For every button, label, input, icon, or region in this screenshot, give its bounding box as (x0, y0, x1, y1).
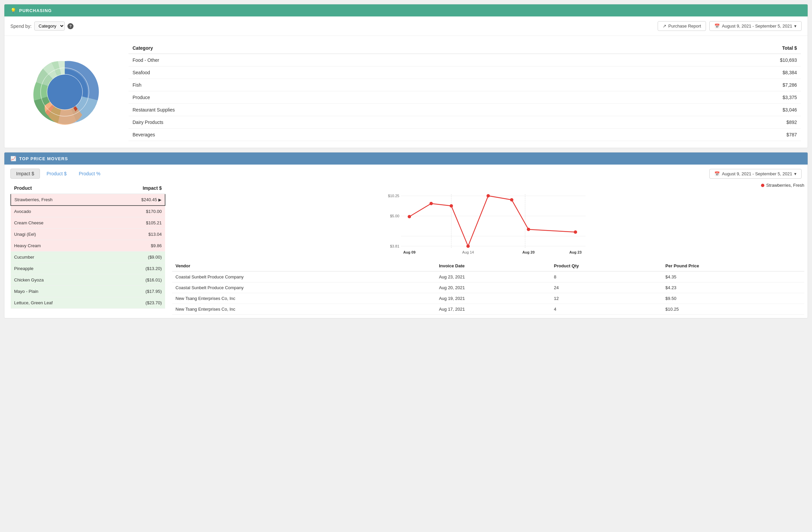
chevron-down-icon: ▾ (794, 24, 797, 29)
export-icon: ↗ (663, 24, 666, 29)
category-cell: Seafood (129, 67, 578, 79)
movers-table-row[interactable]: Pineapple ($13.20) (11, 263, 165, 275)
purchasing-date-range-button[interactable]: 📅 August 9, 2021 - September 5, 2021 ▾ (709, 21, 802, 31)
mover-product-cell: Heavy Cream (11, 240, 107, 252)
movers-date-range-button[interactable]: 📅 August 9, 2021 - September 5, 2021 ▾ (709, 169, 802, 179)
product-qty-cell: 24 (551, 282, 662, 293)
total-cell: $8,384 (578, 67, 801, 79)
mover-product-cell: Avocado (11, 206, 107, 217)
purchase-report-button[interactable]: ↗ Purchase Report (658, 21, 706, 31)
mover-product-cell: Cream Cheese (11, 217, 107, 229)
vendor-name-cell: Coastal Sunbelt Produce Company (172, 282, 436, 293)
vendor-table-row: New Tsang Enterprises Co, Inc Aug 19, 20… (172, 293, 804, 304)
invoice-date-col-header: Invoice Date (436, 261, 551, 271)
mover-product-cell: Cucumber (11, 252, 107, 263)
vendor-table-row: Coastal Sunbelt Produce Company Aug 20, … (172, 282, 804, 293)
mover-impact-cell: $13.04 (107, 229, 165, 240)
movers-table-row[interactable]: Heavy Cream $9.86 (11, 240, 165, 252)
movers-table-row[interactable]: Cream Cheese $105.21 (11, 217, 165, 229)
vendor-table-row: Coastal Sunbelt Produce Company Aug 23, … (172, 271, 804, 282)
movers-table: Product Impact $ Strawberries, Fresh $24… (10, 183, 165, 309)
category-table-row: Beverages $787 (129, 129, 801, 141)
svg-text:$10.25: $10.25 (388, 194, 399, 198)
purchasing-section: 💡 PURCHASING Spend by: Category Vendor P… (4, 4, 808, 148)
mover-product-cell: Pineapple (11, 263, 107, 275)
mover-impact-cell: $240.45▶ (107, 194, 165, 206)
mover-impact-cell: ($17.95) (107, 286, 165, 297)
top-price-movers-section: 📈 TOP PRICE MOVERS Impact $ Product $ Pr… (4, 152, 808, 318)
chart-legend: Strawberries, Fresh (172, 183, 804, 188)
svg-text:Aug 09: Aug 09 (403, 250, 416, 254)
tab-product-percent[interactable]: Product % (73, 169, 106, 179)
per-pound-cell: $4.23 (662, 282, 804, 293)
purchasing-body: Category Total $ Food - Other $10,693 Se… (4, 36, 808, 148)
category-col-header: Category (129, 43, 578, 54)
chevron-down-icon-movers: ▾ (794, 171, 797, 176)
movers-body: Product Impact $ Strawberries, Fresh $24… (4, 183, 808, 318)
svg-text:Aug 23: Aug 23 (569, 250, 582, 254)
category-cell: Produce (129, 92, 578, 104)
vendor-table: Vendor Invoice Date Product Qty Per Poun… (172, 261, 804, 315)
svg-text:$3.81: $3.81 (390, 244, 399, 248)
invoice-date-cell: Aug 20, 2021 (436, 282, 551, 293)
movers-table-row[interactable]: Unagi (Eel) $13.04 (11, 229, 165, 240)
invoice-date-cell: Aug 17, 2021 (436, 304, 551, 315)
product-qty-cell: 8 (551, 271, 662, 282)
product-col-header: Product (11, 183, 107, 194)
help-icon[interactable]: ? (68, 23, 73, 29)
invoice-date-cell: Aug 23, 2021 (436, 271, 551, 282)
purchasing-header-actions: ↗ Purchase Report 📅 August 9, 2021 - Sep… (658, 21, 802, 31)
per-pound-cell: $4.35 (662, 271, 804, 282)
category-table-row: Fish $7,286 (129, 79, 801, 92)
product-qty-cell: 4 (551, 304, 662, 315)
price-chart-container: Strawberries, Fresh $10.25 $5.00 $3.81 (172, 183, 804, 257)
category-cell: Beverages (129, 129, 578, 141)
data-point-8 (574, 230, 577, 234)
svg-text:Aug 20: Aug 20 (522, 250, 535, 254)
category-cell: Food - Other (129, 54, 578, 67)
price-line (409, 196, 576, 246)
impact-col-header: Impact $ (107, 183, 165, 194)
legend-dot (761, 184, 764, 187)
movers-table-row[interactable]: Chicken Gyoza ($16.01) (11, 275, 165, 286)
spend-by-select[interactable]: Category Vendor Product (34, 22, 65, 31)
svg-text:Aug 14: Aug 14 (462, 250, 474, 254)
donut-chart-area (4, 39, 125, 144)
mover-impact-cell: ($16.01) (107, 275, 165, 286)
category-table-row: Food - Other $10,693 (129, 54, 801, 67)
total-cell: $3,046 (578, 104, 801, 116)
per-pound-cell: $10.25 (662, 304, 804, 315)
category-table-row: Produce $3,375 (129, 92, 801, 104)
data-point-2 (430, 202, 433, 205)
data-point-4 (466, 244, 470, 248)
movers-table-row[interactable]: Avocado $170.00 (11, 206, 165, 217)
vendor-name-cell: Coastal Sunbelt Produce Company (172, 271, 436, 282)
movers-chart-area: Strawberries, Fresh $10.25 $5.00 $3.81 (169, 183, 808, 315)
movers-table-row[interactable]: Cucumber ($9.00) (11, 252, 165, 263)
per-pound-col-header: Per Pound Price (662, 261, 804, 271)
calendar-icon: 📅 (714, 24, 720, 29)
mover-product-cell: Strawberries, Fresh (11, 194, 107, 206)
category-table-area: Category Total $ Food - Other $10,693 Se… (125, 39, 808, 144)
chart-icon: 📈 (10, 156, 16, 161)
mover-product-cell: Chicken Gyoza (11, 275, 107, 286)
tab-product-dollar[interactable]: Product $ (41, 169, 72, 179)
total-cell: $892 (578, 116, 801, 129)
lightbulb-icon: 💡 (10, 8, 16, 13)
category-cell: Fish (129, 79, 578, 92)
data-point-3 (450, 204, 453, 208)
mover-impact-cell: ($9.00) (107, 252, 165, 263)
movers-table-row[interactable]: Lettuce, Green Leaf ($23.70) (11, 297, 165, 309)
vendor-table-row: New Tsang Enterprises Co, Inc Aug 17, 20… (172, 304, 804, 315)
movers-table-row[interactable]: Mayo - Plain ($17.95) (11, 286, 165, 297)
movers-table-row[interactable]: Strawberries, Fresh $240.45▶ (11, 194, 165, 206)
data-point-7 (527, 228, 530, 231)
selected-arrow: ▶ (158, 197, 161, 202)
data-point-6 (510, 198, 513, 201)
tab-impact-dollar[interactable]: Impact $ (10, 169, 40, 179)
mover-impact-cell: ($13.20) (107, 263, 165, 275)
category-table: Category Total $ Food - Other $10,693 Se… (129, 43, 801, 141)
per-pound-cell: $9.50 (662, 293, 804, 304)
vendor-name-cell: New Tsang Enterprises Co, Inc (172, 304, 436, 315)
mover-impact-cell: $105.21 (107, 217, 165, 229)
